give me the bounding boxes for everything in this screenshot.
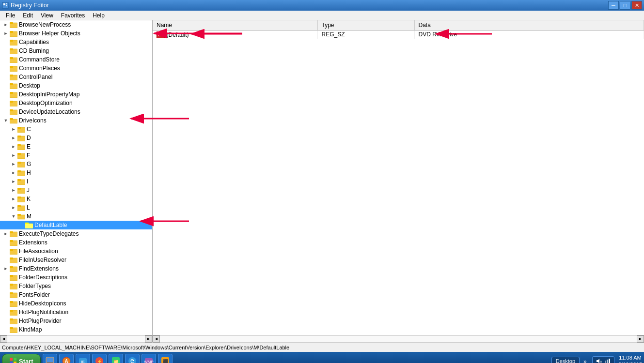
svg-rect-2	[6, 3, 7, 4]
expand-btn-driveicons[interactable]: ▼	[2, 117, 10, 124]
tree-item-browserhelperobjects[interactable]: ► Browser Helper Objects	[0, 29, 152, 38]
menu-view[interactable]: View	[37, 11, 57, 20]
expand-btn-g[interactable]: ►	[10, 160, 17, 168]
minimize-button[interactable]: ─	[608, 1, 619, 10]
taskbar-icon-7[interactable]: WMP	[141, 354, 156, 363]
detail-h-scroll[interactable]: ◄ ►	[153, 335, 644, 342]
svg-rect-73	[10, 310, 13, 312]
expand-btn-e[interactable]: ►	[10, 143, 17, 151]
start-button[interactable]: Start	[2, 354, 41, 363]
expand-btn-deviceupdatelocations[interactable]	[2, 108, 10, 116]
tree-item-j[interactable]: ► J	[0, 186, 152, 195]
taskbar-icon-8[interactable]: ⬛	[158, 354, 173, 363]
expand-btn-fileinuseresolver[interactable]	[2, 256, 10, 264]
expand-btn-j[interactable]: ►	[10, 186, 17, 194]
expand-btn-hotplugnotification[interactable]	[2, 308, 10, 316]
expand-btn-findextensions[interactable]: ►	[2, 265, 10, 272]
tree-item-hotplugprovider[interactable]: HotPlugProvider	[0, 317, 152, 325]
tree-item-desktopoptimization[interactable]: DesktopOptimization	[0, 99, 152, 107]
menu-file[interactable]: File	[2, 11, 19, 20]
tree-item-m[interactable]: ▼ M	[0, 212, 152, 221]
close-button[interactable]: ✕	[631, 1, 642, 10]
svg-rect-57	[10, 240, 13, 242]
scroll-right-btn[interactable]: ►	[145, 335, 152, 343]
expand-btn-k[interactable]: ►	[10, 195, 17, 203]
tree-item-c[interactable]: ► C	[0, 125, 152, 134]
detail-scroll-right-btn[interactable]: ►	[637, 335, 644, 343]
expand-btn-executetypedelegates[interactable]: ►	[2, 230, 10, 238]
tree-item-cdburning[interactable]: CD Burning	[0, 46, 152, 55]
detail-row-0[interactable]: ab (Default) REG_SZDVD RW Drive	[153, 30, 644, 39]
taskbar-icon-4[interactable]: ⚡	[92, 354, 107, 363]
expand-btn-commandstore[interactable]	[2, 56, 10, 63]
tree-item-fileinuseresolver[interactable]: FileInUseResolver	[0, 256, 152, 264]
taskbar-icon-1[interactable]	[43, 354, 57, 363]
tree-item-foldertypes[interactable]: FolderTypes	[0, 282, 152, 290]
taskbar-icon-2[interactable]: A	[59, 354, 74, 363]
taskbar-icon-5[interactable]: 📁	[109, 354, 123, 363]
expand-btn-f[interactable]: ►	[10, 151, 17, 159]
expand-btn-controlpanel[interactable]	[2, 73, 10, 81]
tree-item-g[interactable]: ► G	[0, 160, 152, 168]
tree-scroll[interactable]: ► BrowseNewProcess► Browser Helper Objec…	[0, 20, 152, 335]
scroll-left-btn[interactable]: ◄	[0, 335, 7, 343]
tree-item-d[interactable]: ► D	[0, 134, 152, 142]
menu-help[interactable]: Help	[89, 11, 109, 20]
expand-btn-desktop[interactable]	[2, 82, 10, 90]
expand-btn-browserhelperobjects[interactable]: ►	[2, 30, 10, 37]
expand-btn-hidedesktopicons[interactable]	[2, 300, 10, 307]
tree-item-extensions[interactable]: Extensions	[0, 238, 152, 247]
expand-btn-i[interactable]: ►	[10, 178, 17, 185]
tree-h-scroll[interactable]: ◄ ►	[0, 335, 153, 342]
tree-item-folderdescriptions[interactable]: FolderDescriptions	[0, 273, 152, 282]
tree-item-kindmap[interactable]: KindMap	[0, 325, 152, 334]
tree-item-l[interactable]: ► L	[0, 203, 152, 212]
tree-item-fileassociation[interactable]: FileAssociation	[0, 247, 152, 256]
tree-item-findextensions[interactable]: ► FindExtensions	[0, 264, 152, 273]
tree-item-executetypedelegates[interactable]: ► ExecuteTypeDelegates	[0, 229, 152, 238]
tree-item-f[interactable]: ► F	[0, 151, 152, 160]
tree-item-deviceupdatelocations[interactable]: DeviceUpdateLocations	[0, 107, 152, 116]
tree-item-i[interactable]: ► I	[0, 177, 152, 186]
tree-item-e[interactable]: ► E	[0, 142, 152, 151]
tree-item-capabilities[interactable]: Capabilities	[0, 38, 152, 46]
tree-item-hidedesktopicons[interactable]: HideDesktopIcons	[0, 299, 152, 308]
tree-item-commonplaces[interactable]: CommonPlaces	[0, 64, 152, 73]
expand-btn-folderdescriptions[interactable]	[2, 273, 10, 281]
tree-item-defaultlable[interactable]: DefaultLable	[0, 221, 152, 229]
expand-btn-c[interactable]: ►	[10, 125, 17, 133]
expand-btn-cdburning[interactable]	[2, 47, 10, 55]
tree-item-browsenewprocess[interactable]: ► BrowseNewProcess	[0, 20, 152, 29]
tree-item-commandstore[interactable]: CommandStore	[0, 55, 152, 64]
taskbar-icon-3[interactable]: IE	[76, 354, 90, 363]
tree-item-h[interactable]: ► H	[0, 168, 152, 177]
expand-btn-desktopoptimization[interactable]	[2, 99, 10, 107]
tree-item-controlpanel[interactable]: ControlPanel	[0, 73, 152, 81]
expand-btn-commonplaces[interactable]	[2, 64, 10, 72]
expand-btn-d[interactable]: ►	[10, 134, 17, 142]
expand-btn-fontsfolder[interactable]	[2, 291, 10, 299]
expand-btn-kindmap[interactable]	[2, 326, 10, 333]
tree-item-desktopinipropertymap[interactable]: DesktopIniPropertyMap	[0, 90, 152, 99]
tree-item-fontsfolder[interactable]: FontsFolder	[0, 290, 152, 299]
tree-item-driveicons[interactable]: ▼ DriveIcons	[0, 116, 152, 125]
expand-btn-h[interactable]: ►	[10, 169, 17, 177]
expand-btn-fileassociation[interactable]	[2, 247, 10, 255]
tree-item-k[interactable]: ► K	[0, 195, 152, 203]
expand-btn-desktopinipropertymap[interactable]	[2, 91, 10, 98]
expand-btn-m[interactable]: ▼	[10, 212, 17, 220]
expand-btn-capabilities[interactable]	[2, 38, 10, 46]
menu-edit[interactable]: Edit	[19, 11, 37, 20]
expand-btn-hotplugprovider[interactable]	[2, 317, 10, 325]
expand-btn-defaultlable[interactable]	[17, 221, 25, 229]
expand-btn-l[interactable]: ►	[10, 204, 17, 212]
expand-btn-foldertypes[interactable]	[2, 282, 10, 290]
expand-btn-extensions[interactable]	[2, 239, 10, 246]
menu-favorites[interactable]: Favorites	[57, 11, 89, 20]
tree-item-desktop[interactable]: Desktop	[0, 81, 152, 90]
taskbar-icon-6[interactable]: e	[125, 354, 140, 363]
maximize-button[interactable]: □	[620, 1, 630, 10]
tree-item-hotplugnotification[interactable]: HotPlugNotification	[0, 308, 152, 317]
expand-btn-browsenewprocess[interactable]: ►	[2, 21, 10, 29]
detail-scroll-left-btn[interactable]: ◄	[153, 335, 160, 343]
